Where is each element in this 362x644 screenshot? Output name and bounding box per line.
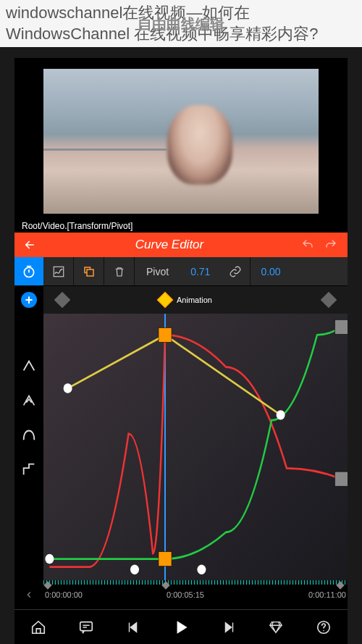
- step-forward-icon[interactable]: [214, 613, 243, 642]
- svg-rect-12: [335, 319, 348, 334]
- linear-mode-icon[interactable]: [21, 357, 37, 373]
- property-value-x[interactable]: 0.71: [180, 266, 220, 277]
- bottom-nav: [14, 609, 348, 644]
- svg-point-7: [45, 554, 54, 564]
- animation-label: Animation: [177, 296, 212, 304]
- time-label-2: 0:00:11:00: [308, 590, 346, 599]
- svg-rect-11: [159, 552, 172, 566]
- keyframe-prev-icon[interactable]: [54, 292, 71, 309]
- step-back-icon[interactable]: [119, 613, 148, 642]
- svg-rect-2: [87, 269, 93, 276]
- keyframe-current-icon[interactable]: [157, 292, 174, 309]
- keyframe-next-icon[interactable]: [321, 292, 337, 309]
- video-editor-app: Root/Video.[Transform/Pivot] Curve Edito…: [14, 58, 348, 644]
- property-label: Pivot: [135, 266, 180, 277]
- help-icon[interactable]: [309, 613, 338, 642]
- curve-view-icon[interactable]: [43, 257, 74, 285]
- time-label-0: 0:00:00:00: [45, 590, 83, 599]
- timeline-prev-icon[interactable]: [14, 580, 43, 609]
- timeline-ticks: [43, 580, 348, 585]
- animation-row: + Animation: [14, 286, 348, 314]
- trash-icon[interactable]: [104, 257, 135, 285]
- svg-point-8: [130, 565, 139, 574]
- svg-rect-14: [80, 622, 92, 630]
- editor-title: Curve Editor: [46, 238, 292, 252]
- timer-tab[interactable]: [14, 257, 43, 285]
- property-toolbar: Pivot 0.71 0.00: [14, 257, 348, 286]
- video-preview[interactable]: [43, 69, 319, 214]
- add-key-button[interactable]: +: [14, 286, 43, 314]
- breadcrumb: Root/Video.[Transform/Pivot]: [14, 219, 348, 233]
- home-icon[interactable]: [24, 613, 53, 642]
- link-icon[interactable]: [220, 257, 251, 285]
- copy-icon[interactable]: [74, 257, 104, 285]
- watermark-text: 自由曲线编辑: [138, 14, 224, 34]
- undo-icon[interactable]: [301, 238, 316, 251]
- curve-mode-sidebar: [14, 314, 43, 580]
- property-value-y[interactable]: 0.00: [251, 266, 290, 277]
- svg-rect-10: [159, 327, 172, 342]
- step-mode-icon[interactable]: [21, 461, 37, 477]
- timeline: 0:00:00:00 0:00:05:15 0:00:11:00: [14, 580, 348, 609]
- curve-area: [14, 314, 348, 580]
- ease-mode-icon[interactable]: [21, 392, 37, 408]
- svg-rect-1: [54, 267, 64, 277]
- play-icon[interactable]: [167, 613, 195, 642]
- time-label-1: 0:00:05:15: [167, 590, 204, 599]
- timeline-track[interactable]: 0:00:00:00 0:00:05:15 0:00:11:00: [43, 580, 348, 609]
- gem-icon[interactable]: [261, 613, 290, 642]
- svg-point-5: [64, 383, 72, 393]
- svg-point-6: [277, 410, 285, 419]
- keyframe-track[interactable]: Animation: [43, 286, 348, 314]
- svg-rect-13: [335, 472, 348, 486]
- svg-point-9: [197, 565, 206, 574]
- comment-icon[interactable]: [72, 613, 101, 642]
- curve-canvas[interactable]: [43, 314, 348, 580]
- redo-icon[interactable]: [324, 238, 339, 251]
- back-icon[interactable]: [23, 238, 38, 251]
- plus-icon: +: [21, 292, 37, 308]
- bezier-mode-icon[interactable]: [21, 427, 37, 443]
- curve-editor-header: Curve Editor: [14, 233, 348, 257]
